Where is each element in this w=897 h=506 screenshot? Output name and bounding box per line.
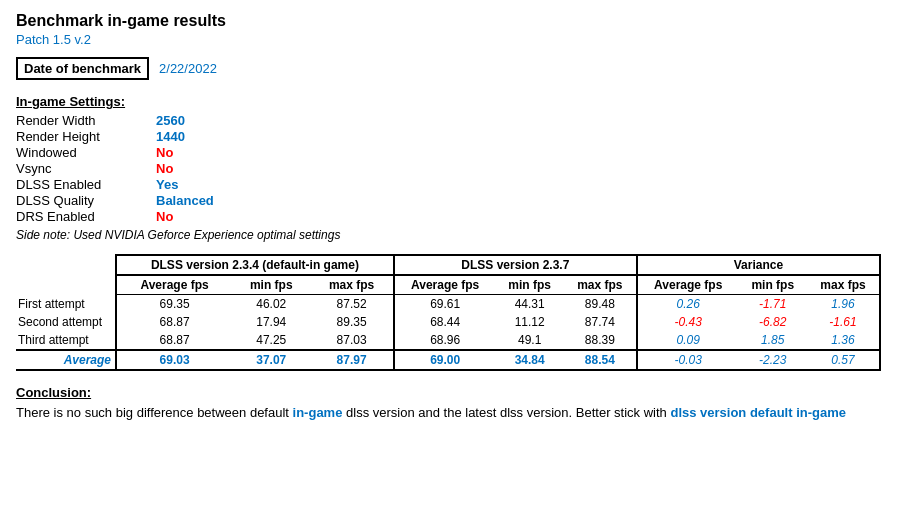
col-header: max fps (310, 275, 393, 295)
subtitle: Patch 1.5 v.2 (16, 32, 881, 47)
settings-row: DLSS EnabledYes (16, 177, 881, 192)
cell-g2: 69.61 (394, 295, 496, 314)
settings-value: No (156, 145, 173, 160)
avg-cell-g1: 69.03 (116, 350, 232, 370)
avg-cell-g2: 34.84 (495, 350, 563, 370)
avg-cell-g3: 0.57 (807, 350, 880, 370)
cell-g2: 87.74 (564, 313, 637, 331)
group3-header: Variance (637, 255, 880, 275)
avg-cell-g3: -2.23 (739, 350, 807, 370)
avg-cell-g2: 88.54 (564, 350, 637, 370)
conclusion-text: There is no such big difference between … (16, 404, 881, 422)
settings-row: Render Width2560 (16, 113, 881, 128)
settings-row: VsyncNo (16, 161, 881, 176)
average-row: Average69.0337.0787.9769.0034.8488.54-0.… (16, 350, 880, 370)
settings-value: Balanced (156, 193, 214, 208)
settings-value: 2560 (156, 113, 185, 128)
side-note: Side note: Used NVIDIA Geforce Experienc… (16, 228, 881, 242)
cell-g3: -1.71 (739, 295, 807, 314)
conclusion-title: Conclusion: (16, 385, 881, 400)
cell-g3: -0.43 (637, 313, 739, 331)
cell-g2: 11.12 (495, 313, 563, 331)
cell-g1: 89.35 (310, 313, 393, 331)
settings-row: DLSS QualityBalanced (16, 193, 881, 208)
cell-g1: 69.35 (116, 295, 232, 314)
main-title: Benchmark in-game results (16, 12, 881, 30)
settings-key: Windowed (16, 145, 156, 160)
settings-key: DLSS Enabled (16, 177, 156, 192)
table-row: First attempt69.3546.0287.5269.6144.3189… (16, 295, 880, 314)
col-header: min fps (739, 275, 807, 295)
cell-g2: 68.44 (394, 313, 496, 331)
col-header: max fps (564, 275, 637, 295)
settings-value: Yes (156, 177, 178, 192)
col-header: max fps (807, 275, 880, 295)
col-header: min fps (232, 275, 310, 295)
table-row: Third attempt68.8747.2587.0368.9649.188.… (16, 331, 880, 350)
row-label: First attempt (16, 295, 116, 314)
col-header: min fps (495, 275, 563, 295)
col-header: Average fps (637, 275, 739, 295)
avg-cell-g3: -0.03 (637, 350, 739, 370)
cell-g2: 44.31 (495, 295, 563, 314)
cell-g3: 0.09 (637, 331, 739, 350)
date-value: 2/22/2022 (159, 61, 217, 76)
settings-value: 1440 (156, 129, 185, 144)
col-header: Average fps (116, 275, 232, 295)
row-label: Second attempt (16, 313, 116, 331)
cell-g1: 68.87 (116, 331, 232, 350)
cell-g3: 0.26 (637, 295, 739, 314)
settings-key: Render Width (16, 113, 156, 128)
settings-title: In-game Settings: (16, 94, 881, 109)
settings-key: DLSS Quality (16, 193, 156, 208)
cell-g2: 68.96 (394, 331, 496, 350)
cell-g1: 68.87 (116, 313, 232, 331)
cell-g1: 47.25 (232, 331, 310, 350)
avg-cell-g1: 87.97 (310, 350, 393, 370)
avg-cell-g2: 69.00 (394, 350, 496, 370)
table-row: Second attempt68.8717.9489.3568.4411.128… (16, 313, 880, 331)
cell-g3: 1.96 (807, 295, 880, 314)
cell-g1: 87.03 (310, 331, 393, 350)
settings-key: DRS Enabled (16, 209, 156, 224)
cell-g3: -1.61 (807, 313, 880, 331)
settings-key: Vsync (16, 161, 156, 176)
group1-header: DLSS version 2.3.4 (default-in game) (116, 255, 394, 275)
group2-header: DLSS version 2.3.7 (394, 255, 637, 275)
cell-g1: 17.94 (232, 313, 310, 331)
settings-row: WindowedNo (16, 145, 881, 160)
col-header: Average fps (394, 275, 496, 295)
cell-g3: -6.82 (739, 313, 807, 331)
settings-row: Render Height1440 (16, 129, 881, 144)
date-label-box: Date of benchmark (16, 57, 149, 80)
cell-g2: 89.48 (564, 295, 637, 314)
avg-cell-g1: 37.07 (232, 350, 310, 370)
settings-key: Render Height (16, 129, 156, 144)
cell-g1: 87.52 (310, 295, 393, 314)
row-label: Third attempt (16, 331, 116, 350)
cell-g2: 88.39 (564, 331, 637, 350)
settings-value: No (156, 161, 173, 176)
cell-g3: 1.36 (807, 331, 880, 350)
settings-row: DRS EnabledNo (16, 209, 881, 224)
cell-g3: 1.85 (739, 331, 807, 350)
benchmark-table: DLSS version 2.3.4 (default-in game) DLS… (16, 254, 881, 371)
settings-value: No (156, 209, 173, 224)
cell-g2: 49.1 (495, 331, 563, 350)
cell-g1: 46.02 (232, 295, 310, 314)
avg-label: Average (16, 350, 116, 370)
